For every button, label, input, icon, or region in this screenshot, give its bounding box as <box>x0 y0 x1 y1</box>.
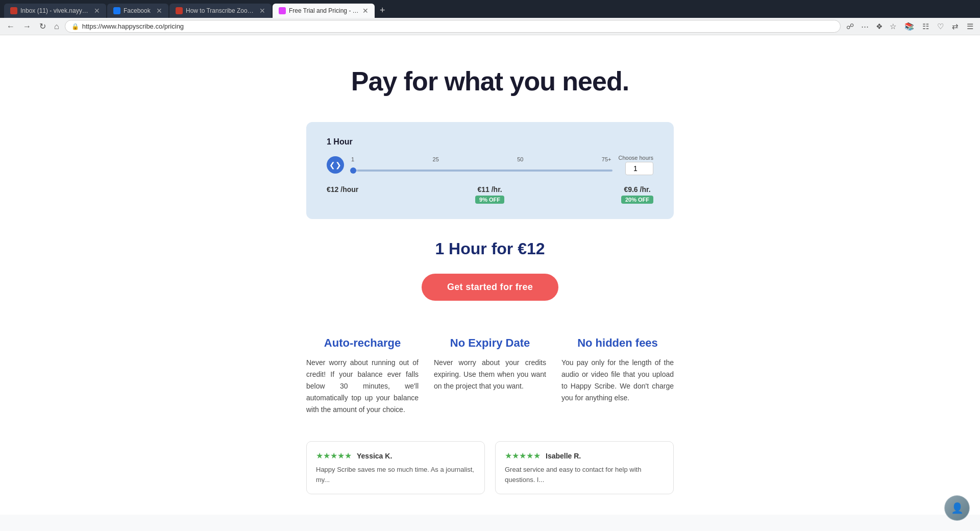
main-section: Pay for what you need. 1 Hour ❮ ❯ 1 25 5… <box>296 35 684 515</box>
tab-bar: Inbox (11) - vivek.nayyar1107@... ✕ Face… <box>4 3 976 18</box>
address-bar[interactable]: 🔒 https://www.happyscribe.co/pricing <box>65 20 841 33</box>
slider-label-75: 75+ <box>602 156 611 162</box>
review-text-1: Happy Scribe saves me so much time. As a… <box>316 465 475 485</box>
chevron-left-icon: ❮ <box>329 161 335 169</box>
hours-input[interactable] <box>625 162 653 175</box>
tab-close-zoom[interactable]: ✕ <box>259 7 265 15</box>
chevron-right-icon: ❯ <box>335 161 341 169</box>
tab-close-facebook[interactable]: ✕ <box>156 7 162 15</box>
review-text-2: Great service and easy to contact for he… <box>505 465 664 485</box>
forward-button[interactable]: → <box>20 20 34 33</box>
feature-desc-noexpiry: Never worry about your credits expiring.… <box>434 357 546 392</box>
pocket-button[interactable]: ❖ <box>873 20 885 33</box>
feature-col-nofees: No hidden fees You pay only for the leng… <box>561 336 674 416</box>
price-tier-1: €12 /hour <box>327 185 358 204</box>
feature-desc-autorecharge: Never worry about running out of credit!… <box>306 357 419 416</box>
account-button[interactable]: ♡ <box>935 20 946 33</box>
tab-favicon-zoom <box>176 7 183 14</box>
price-discount-badge-3: 20% OFF <box>621 196 653 204</box>
feature-col-autorecharge: Auto-recharge Never worry about running … <box>306 336 419 416</box>
review-stars-1: ★★★★★ <box>316 451 352 461</box>
price-summary: 1 Hour for €12 <box>306 239 674 258</box>
lock-icon: 🔒 <box>71 23 79 30</box>
slider-track-outer: 1 25 50 75+ <box>350 156 612 174</box>
review-stars-2: ★★★★★ <box>505 451 541 461</box>
tabs-button[interactable]: ☷ <box>920 20 932 33</box>
tab-favicon-inbox <box>10 7 17 14</box>
tab-title-inbox: Inbox (11) - vivek.nayyar1107@... <box>20 7 91 14</box>
reviewer-name-2: Isabelle R. <box>546 452 581 460</box>
address-bar-row: ← → ↻ ⌂ 🔒 https://www.happyscribe.co/pri… <box>0 18 980 35</box>
slider-labels: 1 25 50 75+ <box>350 156 612 162</box>
price-tier-2: €11 /hr. 9% OFF <box>475 185 504 204</box>
tab-zoom[interactable]: How to Transcribe Zoom Reco... ✕ <box>169 4 272 18</box>
review-card-1: ★★★★★ Yessica K. Happy Scribe saves me s… <box>306 441 485 494</box>
page-content: Pay for what you need. 1 Hour ❮ ❯ 1 25 5… <box>0 35 980 515</box>
slider-label-1: 1 <box>351 156 354 162</box>
library-button[interactable]: 📚 <box>902 20 917 33</box>
reload-button[interactable]: ↻ <box>37 20 48 33</box>
new-tab-button[interactable]: + <box>376 3 389 18</box>
tab-favicon-pricing <box>279 7 286 14</box>
price-amount-3: €9.6 /hr. <box>621 185 653 194</box>
tab-title-facebook: Facebook <box>124 7 153 14</box>
feature-title-autorecharge: Auto-recharge <box>306 336 419 350</box>
reviewer-name-1: Yessica K. <box>357 452 392 460</box>
price-discount-badge-2: 9% OFF <box>475 196 504 204</box>
page-title: Pay for what you need. <box>306 66 674 96</box>
tab-close-pricing[interactable]: ✕ <box>362 7 369 15</box>
reader-view-button[interactable]: ☍ <box>844 20 856 33</box>
more-button[interactable]: ⋯ <box>859 20 871 33</box>
slider-container: ❮ ❯ 1 25 50 75+ Choose hours <box>327 155 653 175</box>
slider-thumb-button[interactable]: ❮ ❯ <box>327 156 344 174</box>
menu-button[interactable]: ☰ <box>964 20 976 33</box>
slider-label-25: 25 <box>433 156 439 162</box>
review-header-2: ★★★★★ Isabelle R. <box>505 451 664 461</box>
review-card-2: ★★★★★ Isabelle R. Great service and easy… <box>495 441 674 494</box>
slider-track-wrapper: ❮ ❯ 1 25 50 75+ Choose hours <box>327 155 653 175</box>
choose-hours-group: Choose hours <box>619 155 654 175</box>
tab-close-inbox[interactable]: ✕ <box>94 7 100 15</box>
feature-title-nofees: No hidden fees <box>561 336 674 350</box>
choose-hours-label: Choose hours <box>619 155 654 161</box>
tab-inbox[interactable]: Inbox (11) - vivek.nayyar1107@... ✕ <box>4 4 106 18</box>
tab-favicon-facebook <box>113 7 120 14</box>
address-bar-actions: ☍ ⋯ ❖ ☆ <box>844 20 899 33</box>
feature-desc-nofees: You pay only for the length of the audio… <box>561 357 674 404</box>
avatar-image: 👤 <box>945 496 969 515</box>
tab-title-pricing: Free Trial and Pricing - Transcr... <box>289 7 359 14</box>
get-started-button[interactable]: Get started for free <box>422 274 558 301</box>
tab-pricing[interactable]: Free Trial and Pricing - Transcr... ✕ <box>273 4 375 18</box>
browser-chrome: Inbox (11) - vivek.nayyar1107@... ✕ Face… <box>0 0 980 18</box>
hours-label: 1 Hour <box>327 137 653 147</box>
hours-slider[interactable] <box>350 170 612 172</box>
review-header-1: ★★★★★ Yessica K. <box>316 451 475 461</box>
sync-button[interactable]: ⇄ <box>949 20 961 33</box>
tab-facebook[interactable]: Facebook ✕ <box>107 4 168 18</box>
price-tiers: €12 /hour €11 /hr. 9% OFF €9.6 /hr. 20% … <box>327 185 653 204</box>
bookmark-button[interactable]: ☆ <box>887 20 899 33</box>
pricing-box: 1 Hour ❮ ❯ 1 25 50 75+ <box>306 122 674 219</box>
tab-title-zoom: How to Transcribe Zoom Reco... <box>186 7 256 14</box>
price-amount-2: €11 /hr. <box>475 185 504 194</box>
slider-label-50: 50 <box>517 156 523 162</box>
price-tier-3: €9.6 /hr. 20% OFF <box>621 185 653 204</box>
url-text: https://www.happyscribe.co/pricing <box>82 22 834 30</box>
reviews-section: ★★★★★ Yessica K. Happy Scribe saves me s… <box>306 441 674 494</box>
feature-col-noexpiry: No Expiry Date Never worry about your cr… <box>434 336 546 416</box>
feature-title-noexpiry: No Expiry Date <box>434 336 546 350</box>
features-section: Auto-recharge Never worry about running … <box>306 336 674 416</box>
back-button[interactable]: ← <box>4 20 17 33</box>
home-button[interactable]: ⌂ <box>52 20 62 33</box>
price-amount-1: €12 /hour <box>327 185 358 194</box>
